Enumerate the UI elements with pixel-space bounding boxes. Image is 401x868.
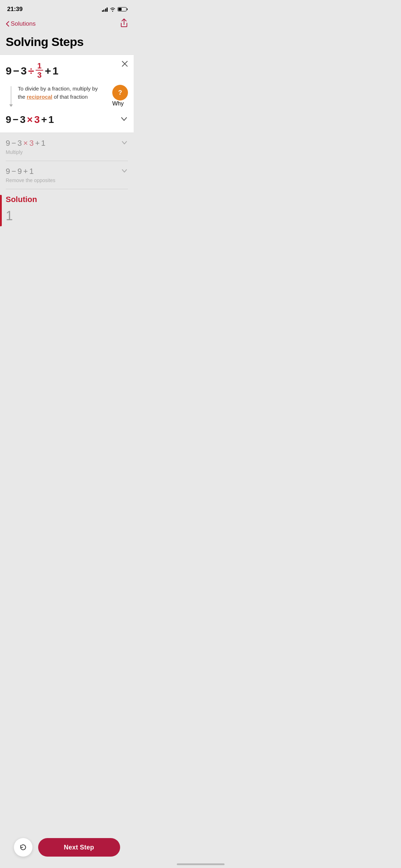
question-mark-icon: ? [118, 89, 122, 96]
step-expand-multiply[interactable] [121, 139, 128, 148]
expr-9: 9 [6, 65, 12, 77]
fraction-numerator: 1 [36, 62, 43, 71]
page-title: Solving Steps [0, 32, 134, 55]
battery-icon [118, 7, 127, 11]
result-expression-row: 9 − 3 × 3 + 1 [6, 114, 128, 125]
status-bar: 21:39 [0, 0, 134, 16]
signal-icon [102, 7, 108, 12]
expr-plus: + [45, 65, 51, 77]
explanation-after: of that fraction [54, 94, 88, 100]
arrow-connector [9, 86, 13, 107]
step-expand-opposites[interactable] [121, 167, 128, 176]
solution-section: Solution 1 [0, 189, 134, 226]
step-expr-opposites: 9 − 9 + 1 [6, 167, 121, 176]
res-3b: 3 [34, 114, 40, 125]
result-expression: 9 − 3 × 3 + 1 [6, 114, 54, 125]
close-icon [122, 61, 128, 67]
res-1: 1 [48, 114, 54, 125]
step-item-opposites[interactable]: 9 − 9 + 1 Remove the opposites [6, 161, 128, 189]
solution-label: Solution [6, 195, 128, 204]
res-plus: + [41, 114, 47, 125]
chevron-down-icon [120, 115, 128, 123]
step-label-multiply: Multiply [6, 149, 121, 155]
why-button[interactable]: ? [112, 85, 128, 100]
expand-button[interactable] [120, 115, 128, 124]
step-label-opposites: Remove the opposites [6, 177, 121, 183]
step-expr-multiply: 9 − 3 × 3 + 1 [6, 139, 121, 148]
res-3: 3 [20, 114, 26, 125]
solution-accent-bar [0, 195, 2, 226]
fraction-denominator: 3 [36, 71, 43, 79]
share-button[interactable] [120, 19, 128, 29]
expr-fraction: 1 3 [36, 62, 43, 79]
expr-divide: ÷ [28, 65, 34, 77]
active-step-card: 9 − 3 ÷ 1 3 + 1 To divide by a fraction,… [0, 55, 134, 133]
chevron-left-icon [6, 21, 9, 27]
solution-value: 1 [6, 208, 128, 223]
back-label: Solutions [11, 20, 36, 27]
expr-1: 1 [52, 65, 58, 77]
original-expression: 9 − 3 ÷ 1 3 + 1 [6, 62, 114, 79]
steps-list: 9 − 3 × 3 + 1 Multiply 9 − 9 + 1 [0, 133, 134, 189]
res-times: × [27, 114, 33, 125]
explanation-area: To divide by a fraction, multiply by the… [6, 85, 128, 107]
expr-3: 3 [21, 65, 27, 77]
why-container: ? Why [108, 85, 128, 107]
status-icons [102, 7, 127, 12]
wifi-icon [110, 7, 115, 12]
reciprocal-link[interactable]: reciprocal [27, 94, 52, 100]
close-button[interactable] [122, 61, 128, 68]
step-item-multiply[interactable]: 9 − 3 × 3 + 1 Multiply [6, 133, 128, 161]
share-icon [120, 19, 128, 28]
back-button[interactable]: Solutions [6, 20, 36, 27]
status-time: 21:39 [7, 6, 22, 13]
res-minus: − [13, 114, 19, 125]
nav-bar: Solutions [0, 16, 134, 32]
explanation-text: To divide by a fraction, multiply by the… [18, 85, 104, 107]
res-9: 9 [6, 114, 11, 125]
expr-minus: − [13, 65, 20, 77]
why-label: Why [112, 100, 124, 107]
